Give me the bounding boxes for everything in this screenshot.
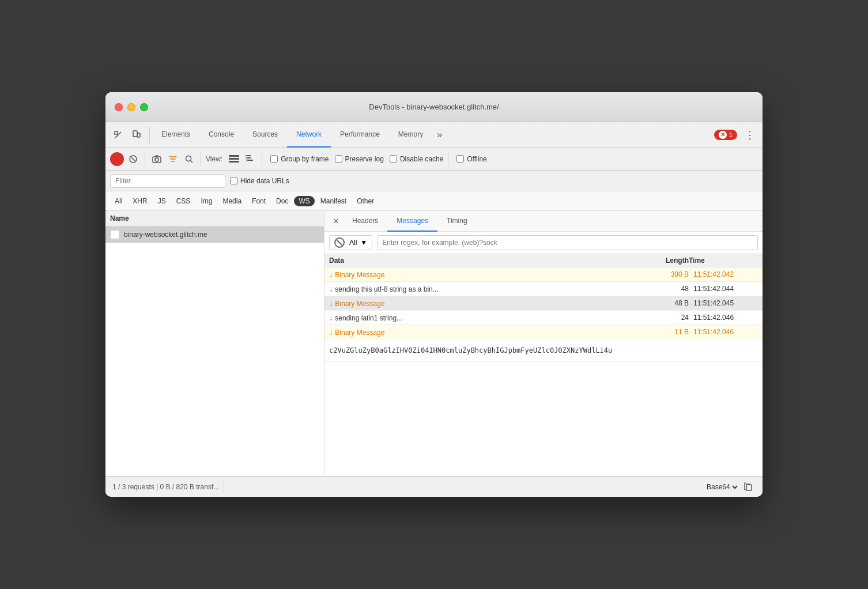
error-badge[interactable]: ✕ 1: [714, 130, 737, 140]
messages-table-header: Data Length Time: [324, 254, 763, 267]
regex-input[interactable]: [377, 235, 758, 250]
svg-line-9: [191, 160, 193, 163]
encoding-dropdown: Base64: [704, 480, 756, 494]
tab-elements[interactable]: Elements: [152, 122, 199, 148]
camera-button[interactable]: [150, 152, 164, 166]
tab-memory[interactable]: Memory: [389, 122, 432, 148]
request-item[interactable]: binary-websocket.glitch.me: [105, 226, 324, 243]
search-button[interactable]: [182, 152, 196, 166]
status-separator: [224, 481, 224, 493]
svg-point-7: [155, 158, 158, 161]
view-label: View:: [206, 155, 222, 163]
svg-rect-15: [247, 160, 253, 161]
filter-button[interactable]: [166, 152, 180, 166]
view-list-button[interactable]: [227, 152, 241, 166]
messages-filter: All ▼: [324, 232, 763, 254]
type-btn-css[interactable]: CSS: [172, 196, 195, 206]
messages-filter-dropdown[interactable]: All ▼: [329, 235, 372, 250]
window-title: DevTools - binary-websocket.glitch.me/: [369, 103, 499, 111]
maximize-button[interactable]: [140, 103, 148, 111]
svg-point-8: [186, 156, 191, 161]
detail-tabs: × Headers Messages Timing: [324, 211, 763, 232]
disable-cache-checkbox[interactable]: [390, 155, 397, 163]
type-btn-all[interactable]: All: [110, 196, 127, 206]
offline-checkbox[interactable]: [456, 155, 464, 163]
preserve-log-label[interactable]: Preserve log: [335, 155, 384, 163]
type-btn-doc[interactable]: Doc: [271, 196, 293, 206]
toolbar-separator-3: [262, 152, 262, 166]
kebab-menu-button[interactable]: ⋮: [742, 127, 758, 143]
tab-network[interactable]: Network: [287, 122, 331, 148]
device-icon[interactable]: [129, 127, 145, 143]
filter-input[interactable]: [110, 174, 225, 188]
record-button[interactable]: [110, 152, 124, 166]
main-tab-list: Elements Console Sources Network Perform…: [152, 122, 714, 148]
disable-cache-label[interactable]: Disable cache: [390, 155, 443, 163]
tab-sources[interactable]: Sources: [243, 122, 287, 148]
preserve-log-checkbox[interactable]: [335, 155, 342, 163]
svg-rect-14: [246, 157, 251, 158]
message-row-4[interactable]: ↓ Binary Message 11 B 11:51:42.046: [324, 325, 763, 339]
message-row-2[interactable]: ↓ Binary Message 48 B 11:51:42.045: [324, 296, 763, 311]
clear-button[interactable]: [126, 152, 140, 166]
type-filter-bar: All XHR JS CSS Img Media Font Doc WS Man…: [105, 191, 763, 211]
type-btn-media[interactable]: Media: [218, 196, 246, 206]
minimize-button[interactable]: [127, 103, 135, 111]
message-data-2: ↓ Binary Message: [329, 299, 631, 308]
messages-table: Data Length Time ↓ Binary Message 300 B …: [324, 254, 763, 476]
svg-rect-10: [229, 155, 239, 157]
tab-headers[interactable]: Headers: [343, 211, 387, 232]
type-btn-js[interactable]: JS: [153, 196, 171, 206]
type-btn-ws[interactable]: WS: [294, 196, 314, 206]
hide-data-urls-label[interactable]: Hide data URLs: [230, 177, 289, 185]
inspector-icon[interactable]: [110, 127, 126, 143]
svg-rect-16: [246, 155, 247, 162]
main-content: Name binary-websocket.glitch.me × Header…: [105, 211, 763, 476]
tab-timing[interactable]: Timing: [437, 211, 477, 232]
tab-messages[interactable]: Messages: [387, 211, 437, 232]
message-time-4: 11:51:42.046: [689, 328, 758, 336]
group-by-frame-checkbox[interactable]: [270, 155, 278, 163]
encoding-select[interactable]: Base64: [704, 482, 739, 492]
message-length-3: 24: [631, 314, 689, 322]
filter-bar: Hide data URLs: [105, 171, 763, 191]
more-tabs-button[interactable]: »: [432, 122, 447, 148]
toolbar-separator-4: [448, 152, 448, 166]
request-favicon: [110, 230, 119, 239]
message-time-1: 11:51:42.044: [689, 285, 758, 293]
traffic-lights: [115, 103, 148, 111]
message-data-4: ↓ Binary Message: [329, 327, 631, 337]
message-row-0[interactable]: ↓ Binary Message 300 B 11:51:42.042: [324, 267, 763, 282]
type-btn-xhr[interactable]: XHR: [128, 196, 152, 206]
svg-rect-11: [229, 158, 239, 160]
copy-button[interactable]: [742, 480, 756, 494]
type-btn-font[interactable]: Font: [247, 196, 270, 206]
arrow-icon-3: ↓: [329, 313, 333, 322]
hide-data-urls-checkbox[interactable]: [230, 177, 237, 184]
message-row-3[interactable]: ↓ sending latin1 string... 24 11:51:42.0…: [324, 311, 763, 325]
message-row-1[interactable]: ↓ sending this utf-8 string as a bin... …: [324, 282, 763, 296]
type-btn-manifest[interactable]: Manifest: [316, 196, 351, 206]
status-text: 1 / 3 requests | 0 B / 820 B transf...: [112, 483, 219, 491]
svg-rect-17: [746, 485, 752, 490]
col-time: Time: [689, 256, 758, 265]
binary-content: c2VuZGluZyB0aGlzIHV0Zi04IHN0cmluZyBhcyBh…: [324, 339, 763, 362]
offline-label[interactable]: Offline: [456, 155, 486, 163]
nav-icons: [110, 127, 150, 143]
col-length: Length: [631, 256, 689, 265]
group-by-frame-label[interactable]: Group by frame: [270, 155, 329, 163]
message-length-4: 11 B: [631, 328, 689, 336]
close-detail-button[interactable]: ×: [329, 214, 343, 228]
error-badge-icon: ✕: [719, 131, 727, 139]
type-btn-img[interactable]: Img: [196, 196, 217, 206]
view-waterfall-button[interactable]: [243, 152, 257, 166]
message-time-0: 11:51:42.042: [689, 270, 758, 278]
toolbar-separator: [145, 152, 145, 166]
type-btn-other[interactable]: Other: [352, 196, 379, 206]
tab-right-actions: ✕ 1 ⋮: [714, 127, 758, 143]
network-toolbar: View: Group by frame Preserve log: [105, 148, 763, 171]
tab-performance[interactable]: Performance: [331, 122, 389, 148]
tab-console[interactable]: Console: [199, 122, 243, 148]
close-button[interactable]: [115, 103, 123, 111]
type-filter-buttons: All XHR JS CSS Img Media Font Doc WS Man…: [110, 196, 379, 206]
